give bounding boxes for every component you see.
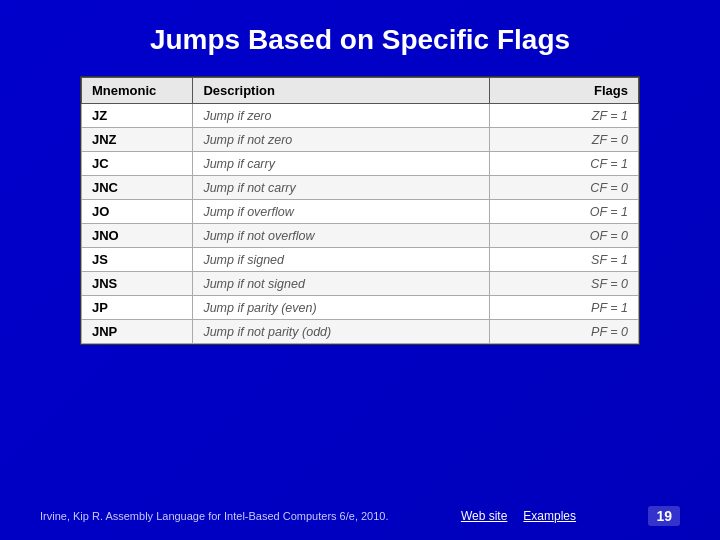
cell-mnemonic: JC: [82, 152, 193, 176]
footer: Irvine, Kip R. Assembly Language for Int…: [0, 506, 720, 526]
table-row: JNOJump if not overflowOF = 0: [82, 224, 639, 248]
cell-flags: PF = 0: [490, 320, 639, 344]
cell-mnemonic: JNZ: [82, 128, 193, 152]
table-row: JSJump if signedSF = 1: [82, 248, 639, 272]
slide: Jumps Based on Specific Flags Mnemonic D…: [0, 0, 720, 540]
cell-description: Jump if not parity (odd): [193, 320, 490, 344]
cell-mnemonic: JNC: [82, 176, 193, 200]
citation-text: Irvine, Kip R. Assembly Language for Int…: [40, 510, 389, 522]
table-header-row: Mnemonic Description Flags: [82, 78, 639, 104]
cell-description: Jump if signed: [193, 248, 490, 272]
cell-description: Jump if not signed: [193, 272, 490, 296]
header-mnemonic: Mnemonic: [82, 78, 193, 104]
header-description: Description: [193, 78, 490, 104]
web-site-link[interactable]: Web site: [461, 509, 507, 523]
cell-mnemonic: JNO: [82, 224, 193, 248]
cell-flags: CF = 0: [490, 176, 639, 200]
cell-description: Jump if carry: [193, 152, 490, 176]
cell-description: Jump if overflow: [193, 200, 490, 224]
table-body: JZJump if zeroZF = 1JNZJump if not zeroZ…: [82, 104, 639, 344]
cell-description: Jump if not carry: [193, 176, 490, 200]
cell-mnemonic: JP: [82, 296, 193, 320]
header-flags: Flags: [490, 78, 639, 104]
cell-mnemonic: JNS: [82, 272, 193, 296]
cell-flags: ZF = 1: [490, 104, 639, 128]
table-row: JNZJump if not zeroZF = 0: [82, 128, 639, 152]
cell-mnemonic: JS: [82, 248, 193, 272]
cell-description: Jump if not zero: [193, 128, 490, 152]
examples-link[interactable]: Examples: [523, 509, 576, 523]
cell-description: Jump if zero: [193, 104, 490, 128]
cell-flags: ZF = 0: [490, 128, 639, 152]
table-row: JNSJump if not signedSF = 0: [82, 272, 639, 296]
cell-flags: OF = 0: [490, 224, 639, 248]
footer-links: Web site Examples: [461, 509, 576, 523]
table-row: JOJump if overflowOF = 1: [82, 200, 639, 224]
cell-description: Jump if parity (even): [193, 296, 490, 320]
table-row: JNCJump if not carryCF = 0: [82, 176, 639, 200]
flags-table: Mnemonic Description Flags JZJump if zer…: [81, 77, 639, 344]
cell-description: Jump if not overflow: [193, 224, 490, 248]
cell-flags: SF = 0: [490, 272, 639, 296]
cell-mnemonic: JNP: [82, 320, 193, 344]
slide-title: Jumps Based on Specific Flags: [150, 24, 570, 56]
cell-mnemonic: JO: [82, 200, 193, 224]
table-row: JNPJump if not parity (odd)PF = 0: [82, 320, 639, 344]
table-row: JCJump if carryCF = 1: [82, 152, 639, 176]
table-row: JZJump if zeroZF = 1: [82, 104, 639, 128]
table-container: Mnemonic Description Flags JZJump if zer…: [80, 76, 640, 345]
cell-flags: SF = 1: [490, 248, 639, 272]
cell-mnemonic: JZ: [82, 104, 193, 128]
cell-flags: OF = 1: [490, 200, 639, 224]
page-number: 19: [648, 506, 680, 526]
cell-flags: CF = 1: [490, 152, 639, 176]
table-row: JPJump if parity (even)PF = 1: [82, 296, 639, 320]
cell-flags: PF = 1: [490, 296, 639, 320]
